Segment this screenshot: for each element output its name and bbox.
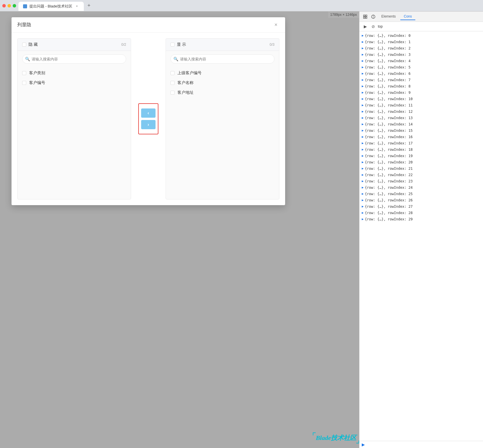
tree-expand-arrow-24[interactable]: ▶	[362, 185, 364, 190]
minimize-window-btn[interactable]	[7, 4, 11, 7]
visible-item-1-checkbox[interactable]	[171, 81, 175, 85]
tree-expand-arrow-17[interactable]: ▶	[362, 141, 364, 146]
tree-expand-arrow-2[interactable]: ▶	[362, 46, 364, 51]
tree-row-26[interactable]: ▶ {row: {…}, rowIndex: 26	[359, 197, 483, 203]
devtools-run-btn[interactable]: ▶	[362, 23, 369, 30]
tree-expand-arrow-1[interactable]: ▶	[362, 39, 364, 45]
tree-expand-arrow-14[interactable]: ▶	[362, 122, 364, 127]
tree-expand-arrow-16[interactable]: ▶	[362, 134, 364, 140]
tree-row-22[interactable]: ▶ {row: {…}, rowIndex: 22	[359, 172, 483, 178]
close-window-btn[interactable]	[2, 4, 6, 7]
tree-expand-arrow-18[interactable]: ▶	[362, 147, 364, 152]
tree-row-10[interactable]: ▶ {row: {…}, rowIndex: 10	[359, 96, 483, 102]
new-tab-btn[interactable]: +	[85, 2, 93, 10]
visible-column-select-all-checkbox[interactable]	[171, 43, 175, 47]
visible-item-0-checkbox[interactable]	[171, 71, 175, 75]
tree-row-28[interactable]: ▶ {row: {…}, rowIndex: 28	[359, 210, 483, 216]
tree-expand-arrow-28[interactable]: ▶	[362, 210, 364, 216]
modal-dialog: 列显隐 × 隐 藏 0/2 🔍	[12, 17, 285, 205]
visible-item-1[interactable]: 客户名称	[166, 78, 279, 88]
maximize-window-btn[interactable]	[13, 4, 16, 7]
tree-val-18: {row: {…}, rowIndex: 18	[365, 147, 413, 152]
hidden-item-1[interactable]: 客户编号	[18, 78, 131, 88]
devtools-tree: ▶ {row: {…}, rowIndex: 0 ▶ {row: {…}, ro…	[359, 31, 483, 441]
tree-expand-arrow-26[interactable]: ▶	[362, 198, 364, 203]
devtools-tab-cons[interactable]: Cons	[400, 13, 415, 20]
tree-expand-arrow-6[interactable]: ▶	[362, 71, 364, 76]
tree-row-21[interactable]: ▶ {row: {…}, rowIndex: 21	[359, 165, 483, 172]
devtools-context-input[interactable]	[378, 24, 481, 28]
tree-expand-arrow-3[interactable]: ▶	[362, 52, 364, 57]
tree-row-12[interactable]: ▶ {row: {…}, rowIndex: 12	[359, 108, 483, 115]
tree-row-24[interactable]: ▶ {row: {…}, rowIndex: 24	[359, 184, 483, 191]
tree-row-27[interactable]: ▶ {row: {…}, rowIndex: 27	[359, 203, 483, 210]
tree-expand-arrow-11[interactable]: ▶	[362, 103, 364, 108]
watermark-corner-tl	[313, 432, 316, 435]
visible-column-box: 显 示 0/3 🔍 上级客户编号 客户名称	[166, 38, 279, 199]
tree-row-15[interactable]: ▶ {row: {…}, rowIndex: 15	[359, 127, 483, 134]
tree-expand-arrow-15[interactable]: ▶	[362, 128, 364, 133]
tree-expand-arrow-8[interactable]: ▶	[362, 84, 364, 89]
hidden-item-0[interactable]: 客户类别	[18, 68, 131, 78]
tree-expand-arrow-4[interactable]: ▶	[362, 58, 364, 64]
tree-row-3[interactable]: ▶ {row: {…}, rowIndex: 3	[359, 52, 483, 58]
tree-row-16[interactable]: ▶ {row: {…}, rowIndex: 16	[359, 134, 483, 140]
tree-expand-arrow-9[interactable]: ▶	[362, 90, 364, 95]
tree-expand-arrow-20[interactable]: ▶	[362, 160, 364, 165]
tree-row-18[interactable]: ▶ {row: {…}, rowIndex: 18	[359, 146, 483, 153]
tree-row-17[interactable]: ▶ {row: {…}, rowIndex: 17	[359, 140, 483, 146]
visible-column-search-input[interactable]	[171, 54, 274, 64]
transfer-right-btn[interactable]: ›	[141, 120, 156, 129]
tree-expand-arrow-0[interactable]: ▶	[362, 33, 364, 38]
hidden-item-0-checkbox[interactable]	[22, 71, 26, 75]
tree-row-8[interactable]: ▶ {row: {…}, rowIndex: 8	[359, 83, 483, 89]
visible-item-0[interactable]: 上级客户编号	[166, 68, 279, 78]
tree-row-7[interactable]: ▶ {row: {…}, rowIndex: 7	[359, 77, 483, 83]
tree-row-19[interactable]: ▶ {row: {…}, rowIndex: 19	[359, 153, 483, 159]
tree-expand-arrow-5[interactable]: ▶	[362, 65, 364, 70]
tree-row-5[interactable]: ▶ {row: {…}, rowIndex: 5	[359, 64, 483, 70]
visible-item-1-label: 客户名称	[177, 80, 194, 85]
tree-row-20[interactable]: ▶ {row: {…}, rowIndex: 20	[359, 159, 483, 165]
tree-row-6[interactable]: ▶ {row: {…}, rowIndex: 6	[359, 70, 483, 77]
devtools-device-btn[interactable]	[370, 13, 377, 20]
browser-tab[interactable]: 提出问题 - Blade技术社区 ×	[18, 2, 84, 11]
tree-row-2[interactable]: ▶ {row: {…}, rowIndex: 2	[359, 45, 483, 52]
tree-row-13[interactable]: ▶ {row: {…}, rowIndex: 13	[359, 115, 483, 121]
tree-row-0[interactable]: ▶ {row: {…}, rowIndex: 0	[359, 33, 483, 39]
tree-row-14[interactable]: ▶ {row: {…}, rowIndex: 14	[359, 121, 483, 127]
tree-expand-arrow-27[interactable]: ▶	[362, 204, 364, 209]
tree-expand-arrow-13[interactable]: ▶	[362, 115, 364, 121]
devtools-expand-btn[interactable]: ▶	[362, 442, 365, 447]
devtools-bottom-bar: ▶	[359, 441, 483, 448]
devtools-inspect-btn[interactable]	[362, 13, 369, 20]
devtools-tab-elements[interactable]: Elements	[378, 13, 399, 20]
tree-row-11[interactable]: ▶ {row: {…}, rowIndex: 11	[359, 102, 483, 108]
tab-close-btn[interactable]: ×	[75, 4, 79, 9]
tree-expand-arrow-21[interactable]: ▶	[362, 166, 364, 171]
visible-item-2[interactable]: 客户地址	[166, 88, 279, 98]
tree-val-19: {row: {…}, rowIndex: 19	[365, 153, 413, 159]
modal-close-btn[interactable]: ×	[272, 21, 279, 28]
tree-row-1[interactable]: ▶ {row: {…}, rowIndex: 1	[359, 39, 483, 45]
tree-expand-arrow-19[interactable]: ▶	[362, 153, 364, 159]
tree-expand-arrow-29[interactable]: ▶	[362, 217, 364, 222]
tree-expand-arrow-10[interactable]: ▶	[362, 96, 364, 102]
tree-expand-arrow-23[interactable]: ▶	[362, 179, 364, 184]
tree-row-25[interactable]: ▶ {row: {…}, rowIndex: 25	[359, 191, 483, 197]
tree-expand-arrow-7[interactable]: ▶	[362, 77, 364, 83]
hidden-column-search-input[interactable]	[22, 54, 126, 64]
tree-row-23[interactable]: ▶ {row: {…}, rowIndex: 23	[359, 178, 483, 184]
tree-expand-arrow-22[interactable]: ▶	[362, 172, 364, 178]
transfer-left-btn[interactable]: ‹	[141, 108, 156, 118]
hidden-column-label: 隐 藏	[29, 42, 38, 47]
tree-expand-arrow-25[interactable]: ▶	[362, 191, 364, 197]
devtools-block-btn[interactable]: ⊘	[370, 23, 377, 30]
visible-item-2-checkbox[interactable]	[171, 91, 175, 95]
tree-expand-arrow-12[interactable]: ▶	[362, 109, 364, 114]
tree-row-29[interactable]: ▶ {row: {…}, rowIndex: 29	[359, 216, 483, 222]
hidden-item-1-checkbox[interactable]	[22, 81, 26, 85]
hidden-column-select-all-checkbox[interactable]	[22, 43, 26, 47]
tree-row-4[interactable]: ▶ {row: {…}, rowIndex: 4	[359, 58, 483, 64]
tree-row-9[interactable]: ▶ {row: {…}, rowIndex: 9	[359, 89, 483, 96]
